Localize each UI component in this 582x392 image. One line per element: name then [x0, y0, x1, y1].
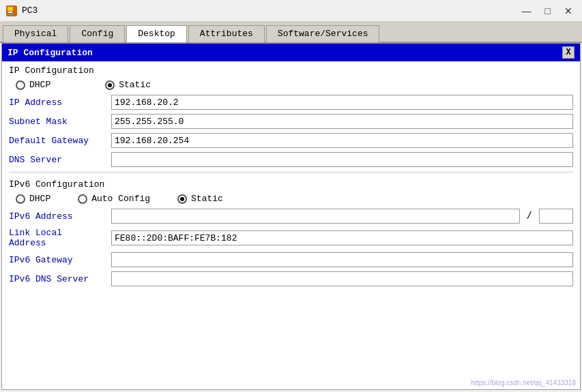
ip-address-row: IP Address: [2, 93, 580, 112]
ipv6-static-radio-circle: [177, 194, 187, 204]
ip-config-header: IP Configuration X: [2, 44, 580, 61]
ipv6-auto-config-radio[interactable]: Auto Config: [78, 194, 150, 204]
ip-address-label: IP Address: [9, 97, 104, 108]
ipv6-dns-server-label: IPv6 DNS Server: [9, 274, 104, 284]
default-gateway-row: Default Gateway: [2, 131, 580, 150]
ipv6-static-label: Static: [191, 194, 223, 204]
ipv4-static-label: Static: [119, 80, 151, 90]
default-gateway-input[interactable]: [111, 133, 573, 148]
subnet-mask-input[interactable]: [111, 114, 573, 129]
ip-config-header-label: IP Configuration: [8, 48, 93, 58]
svg-rect-3: [8, 14, 14, 15]
ip-address-input[interactable]: [111, 95, 573, 110]
link-local-input[interactable]: [111, 230, 573, 245]
ipv6-gateway-label: IPv6 Gateway: [9, 255, 104, 265]
ipv6-dhcp-radio-circle: [16, 194, 25, 204]
title-bar-controls: — □ ✕: [518, 4, 577, 18]
ipv6-slash: /: [527, 211, 532, 222]
ipv6-gateway-row: IPv6 Gateway: [2, 250, 580, 269]
window-title: PC3: [22, 5, 38, 16]
ipv6-address-label: IPv6 Address: [9, 211, 104, 222]
ipv6-gateway-input[interactable]: [111, 252, 573, 267]
ipv6-radio-row: DHCP Auto Config Static: [2, 191, 580, 207]
ipv6-auto-config-label: Auto Config: [91, 194, 150, 204]
ipv6-dns-server-input[interactable]: [111, 271, 573, 286]
link-local-label: Link Local Address: [9, 228, 104, 248]
svg-rect-1: [8, 7, 13, 11]
ipv6-dhcp-label: DHCP: [29, 194, 50, 204]
dns-server-input[interactable]: [111, 152, 573, 167]
dns-server-row: DNS Server: [2, 150, 580, 169]
tab-config[interactable]: Config: [70, 25, 125, 42]
maximize-button[interactable]: □: [541, 4, 555, 18]
ipv4-dhcp-radio[interactable]: DHCP: [16, 80, 50, 90]
ipv4-radio-row: DHCP Static: [2, 77, 580, 93]
main-content: IP Configuration X IP Configuration DHCP…: [1, 43, 581, 390]
ipv6-config-section-label: IPv6 Configuration: [2, 175, 580, 191]
ipv6-dhcp-radio[interactable]: DHCP: [16, 194, 50, 204]
ipv6-prefix-input[interactable]: [539, 209, 573, 224]
section-divider: [9, 172, 573, 172]
ipv6-dns-server-row: IPv6 DNS Server: [2, 269, 580, 288]
ip-config-close-button[interactable]: X: [562, 46, 574, 59]
close-button[interactable]: ✕: [560, 4, 577, 18]
tab-attributes[interactable]: Attributes: [188, 25, 265, 42]
subnet-mask-row: Subnet Mask: [2, 112, 580, 131]
ipv6-auto-config-radio-circle: [78, 194, 87, 204]
watermark: https://blog.csdn.net/qq_41433318: [471, 379, 576, 387]
ip-config-section-label: IP Configuration: [2, 61, 580, 77]
default-gateway-label: Default Gateway: [9, 136, 104, 146]
tab-physical[interactable]: Physical: [3, 25, 68, 42]
minimize-button[interactable]: —: [518, 4, 536, 18]
tab-software-services[interactable]: Software/Services: [266, 25, 380, 42]
dns-server-label: DNS Server: [9, 155, 104, 165]
ipv6-address-row: IPv6 Address /: [2, 207, 580, 226]
tab-desktop[interactable]: Desktop: [126, 25, 187, 42]
svg-rect-2: [8, 12, 12, 13]
tab-bar: Physical Config Desktop Attributes Softw…: [0, 22, 582, 43]
ipv4-static-radio-circle: [105, 80, 115, 90]
app-icon: [5, 5, 18, 17]
subnet-mask-label: Subnet Mask: [9, 117, 104, 127]
ipv4-static-radio[interactable]: Static: [105, 80, 151, 90]
ipv4-dhcp-radio-circle: [16, 80, 25, 90]
link-local-row: Link Local Address: [2, 226, 580, 250]
ipv4-dhcp-label: DHCP: [29, 80, 50, 90]
title-bar: PC3 — □ ✕: [0, 0, 582, 22]
ipv6-static-radio[interactable]: Static: [177, 194, 223, 204]
title-bar-left: PC3: [5, 5, 38, 17]
ipv6-address-input[interactable]: [111, 209, 520, 224]
